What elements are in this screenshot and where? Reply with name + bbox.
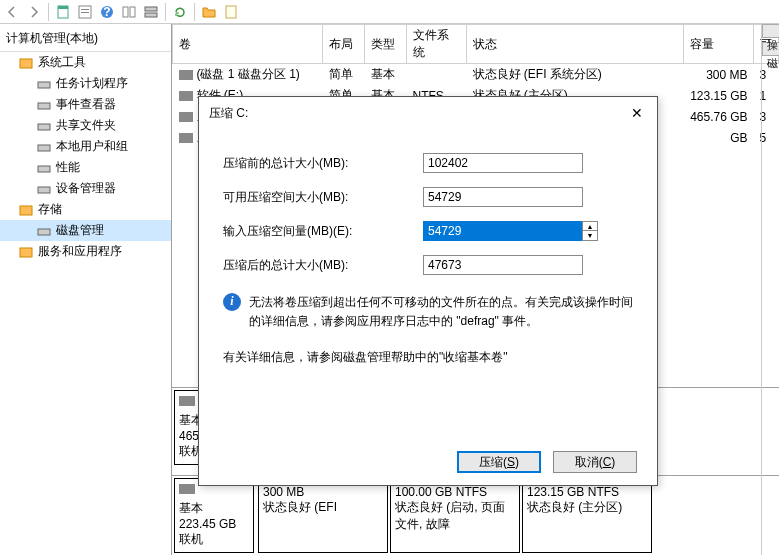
readonly-value: 54729: [423, 187, 583, 207]
svg-rect-10: [145, 7, 157, 11]
sheet-icon[interactable]: [53, 2, 73, 22]
partition-box[interactable]: 300 MB状态良好 (EFI: [258, 478, 388, 553]
svg-rect-11: [226, 6, 236, 18]
col-capacity[interactable]: 容量: [684, 25, 754, 64]
col-type[interactable]: 类型: [365, 25, 407, 64]
dialog-title: 压缩 C:: [209, 105, 627, 122]
tree-item[interactable]: 事件查看器: [0, 94, 171, 115]
tree-root[interactable]: 计算机管理(本地): [0, 26, 171, 52]
toolbar: ?: [0, 0, 779, 24]
spinner-down-icon[interactable]: ▼: [583, 231, 597, 240]
svg-rect-20: [38, 229, 50, 235]
dialog-info-text: 无法将卷压缩到超出任何不可移动的文件所在的点。有关完成该操作时间的详细信息，请参…: [249, 293, 633, 331]
folder-icon[interactable]: [199, 2, 219, 22]
dialog-help-text: 有关详细信息，请参阅磁盘管理帮助中的"收缩基本卷": [223, 349, 633, 366]
tree-item[interactable]: 磁盘管理: [0, 220, 171, 241]
side-tab-disk[interactable]: 磁: [762, 42, 779, 56]
tree-section[interactable]: 服务和应用程序: [0, 241, 171, 262]
field-label: 输入压缩空间量(MB)(E):: [223, 223, 423, 240]
spinner-up-icon[interactable]: ▲: [583, 222, 597, 231]
col-status[interactable]: 状态: [467, 25, 684, 64]
svg-rect-3: [81, 9, 89, 10]
shrink-amount-input[interactable]: 54729: [423, 221, 583, 241]
tree-item[interactable]: 任务计划程序: [0, 73, 171, 94]
field-label: 压缩前的总计大小(MB):: [223, 155, 423, 172]
svg-rect-7: [123, 7, 128, 17]
tree-section[interactable]: 系统工具: [0, 52, 171, 73]
tree-section[interactable]: 存储: [0, 199, 171, 220]
svg-rect-13: [38, 82, 50, 88]
svg-rect-22: [179, 396, 195, 406]
forward-icon[interactable]: [24, 2, 44, 22]
tree-item[interactable]: 性能: [0, 157, 171, 178]
svg-rect-18: [38, 187, 50, 193]
nav-tree: 计算机管理(本地) 系统工具任务计划程序事件查看器共享文件夹本地用户和组性能设备…: [0, 24, 172, 555]
readonly-value: 47673: [423, 255, 583, 275]
readonly-value: 102402: [423, 153, 583, 173]
shrink-button[interactable]: 压缩(S): [457, 451, 541, 473]
svg-rect-12: [20, 59, 32, 68]
svg-rect-21: [20, 248, 32, 257]
svg-text:?: ?: [103, 5, 110, 19]
script-icon[interactable]: [221, 2, 241, 22]
svg-rect-14: [38, 103, 50, 109]
svg-rect-23: [179, 484, 195, 494]
columns-icon[interactable]: [119, 2, 139, 22]
tree-item[interactable]: 本地用户和组: [0, 136, 171, 157]
svg-rect-1: [58, 6, 68, 9]
col-fs[interactable]: 文件系统: [407, 25, 467, 64]
back-icon[interactable]: [2, 2, 22, 22]
svg-rect-8: [130, 7, 135, 17]
col-layout[interactable]: 布局: [323, 25, 365, 64]
svg-rect-16: [38, 145, 50, 151]
svg-rect-19: [20, 206, 32, 215]
tree-item[interactable]: 共享文件夹: [0, 115, 171, 136]
partition-box[interactable]: 100.00 GB NTFS状态良好 (启动, 页面文件, 故障: [390, 478, 520, 553]
info-icon: i: [223, 293, 241, 311]
help-icon[interactable]: ?: [97, 2, 117, 22]
svg-rect-4: [81, 12, 89, 13]
field-label: 可用压缩空间大小(MB):: [223, 189, 423, 206]
svg-rect-17: [38, 166, 50, 172]
props-icon[interactable]: [75, 2, 95, 22]
svg-rect-15: [38, 124, 50, 130]
col-volume[interactable]: 卷: [173, 25, 323, 64]
refresh-icon[interactable]: [170, 2, 190, 22]
close-icon[interactable]: ✕: [627, 103, 647, 123]
disk-icon[interactable]: [141, 2, 161, 22]
disk-label[interactable]: 基本223.45 GB联机: [174, 478, 254, 553]
partition-box[interactable]: 123.15 GB NTFS状态良好 (主分区): [522, 478, 652, 553]
tree-item[interactable]: 设备管理器: [0, 178, 171, 199]
table-row[interactable]: (磁盘 1 磁盘分区 1)简单基本状态良好 (EFI 系统分区)300 MB3: [173, 64, 779, 86]
svg-rect-9: [145, 13, 157, 17]
side-tab-ops[interactable]: 操: [762, 24, 779, 38]
cancel-button[interactable]: 取消(C): [553, 451, 637, 473]
field-label: 压缩后的总计大小(MB):: [223, 257, 423, 274]
shrink-dialog: 压缩 C: ✕ 压缩前的总计大小(MB):102402可用压缩空间大小(MB):…: [198, 96, 658, 486]
side-strip: 操 磁: [761, 24, 779, 555]
